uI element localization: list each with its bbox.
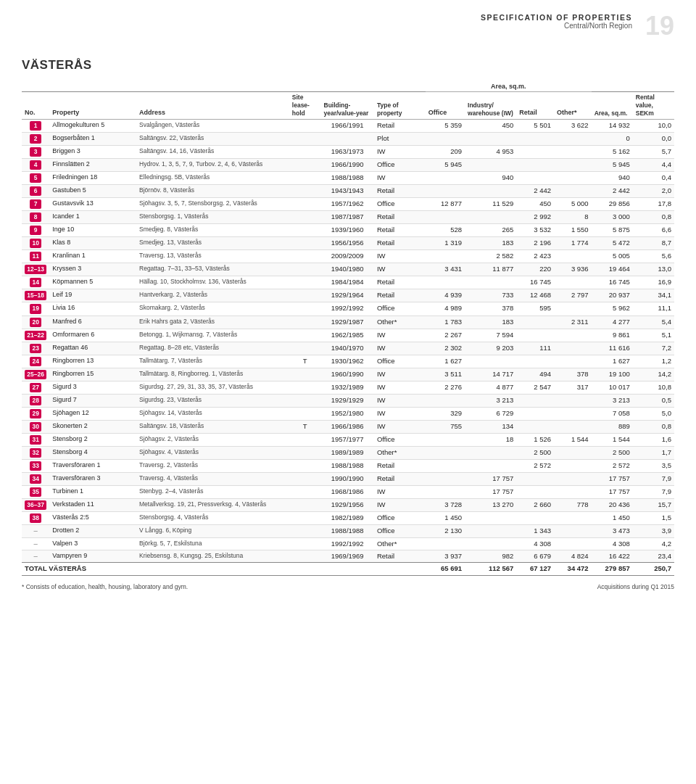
- cell-retail: [516, 329, 554, 342]
- cell-site: [289, 394, 321, 407]
- cell-address: Kriebsensg. 8, Kungsg. 25, Eskilstuna: [136, 550, 289, 562]
- cell-building-year: 1992/1992: [321, 537, 374, 550]
- cell-office: 2 276: [426, 381, 465, 394]
- total-label: TOTAL VÄSTERÅS: [22, 563, 136, 575]
- cell-type: IW: [374, 368, 426, 381]
- cell-address: Smedjeg. 13, Västerås: [136, 237, 289, 250]
- cell-site: [289, 250, 321, 263]
- cell-building-year: 1962/1985: [321, 329, 374, 342]
- cell-type: IW: [374, 499, 426, 512]
- col-address-header: Address: [136, 91, 289, 119]
- cell-industry: 2 582: [465, 250, 516, 263]
- cell-other: [554, 460, 592, 473]
- cell-property: Skonerten 2: [49, 420, 136, 433]
- cell-site: [289, 119, 321, 132]
- cell-office: 209: [426, 145, 465, 158]
- cell-industry: 982: [465, 550, 516, 562]
- main-title: SPECIFICATION OF PROPERTIES: [481, 13, 632, 22]
- cell-property: Drotten 2: [49, 525, 136, 537]
- table-row: 31 Stensborg 2 Sjöhagsv. 2, Västerås 195…: [22, 433, 674, 446]
- row-no-dash: –: [34, 552, 38, 560]
- footnote-area: * Consists of education, health, housing…: [22, 583, 674, 590]
- cell-rental: 34,1: [633, 289, 674, 302]
- cell-type: IW: [374, 263, 426, 276]
- cell-site: [289, 512, 321, 525]
- cell-property: Stensborg 4: [49, 447, 136, 460]
- cell-other: [554, 145, 592, 158]
- cell-other: [554, 407, 592, 420]
- cell-other: [554, 525, 592, 537]
- cell-property: Ringborren 15: [49, 368, 136, 381]
- cell-office: 1 319: [426, 237, 465, 250]
- cell-no: –: [22, 550, 49, 562]
- row-no-badge: 1: [30, 121, 41, 131]
- cell-building-year: 1988/1988: [321, 460, 374, 473]
- cell-address: Björnöv. 8, Västerås: [136, 185, 289, 198]
- total-industry: 112 567: [465, 563, 516, 575]
- cell-area: 2 442: [592, 185, 633, 198]
- cell-address: Saltängsv. 22, Västerås: [136, 132, 289, 145]
- cell-retail: 494: [516, 368, 554, 381]
- row-no-badge: 9: [30, 226, 41, 235]
- cell-other: [554, 185, 592, 198]
- cell-other: 2 311: [554, 315, 592, 329]
- cell-area: 14 932: [592, 119, 633, 132]
- cell-address: Sjöhagsv. 4, Västerås: [136, 447, 289, 460]
- cell-other: 8: [554, 211, 592, 224]
- cell-rental: 7,2: [633, 342, 674, 355]
- cell-no: 3: [22, 145, 49, 158]
- cell-type: IW: [374, 329, 426, 342]
- table-row: 4 Finnslätten 2 Hydrov. 1, 3, 5, 7, 9, T…: [22, 158, 674, 171]
- cell-building-year: 1952/1980: [321, 407, 374, 420]
- cell-building-year: 1966/1991: [321, 119, 374, 132]
- cell-area: 5 962: [592, 302, 633, 315]
- cell-other: 1 550: [554, 224, 592, 237]
- cell-building-year: 1929/1929: [321, 394, 374, 407]
- row-no-badge: 14: [30, 278, 41, 287]
- cell-no: 20: [22, 315, 49, 329]
- cell-type: Retail: [374, 224, 426, 237]
- cell-retail: 12 468: [516, 289, 554, 302]
- total-empty-site: [289, 563, 321, 575]
- total-area: 279 857: [592, 563, 633, 575]
- cell-building-year: 1969/1969: [321, 550, 374, 562]
- cell-other: 4 824: [554, 550, 592, 562]
- cell-type: Other*: [374, 537, 426, 550]
- table-row: 5 Friledningen 18 Elledningsg. 5B, Väste…: [22, 172, 674, 185]
- cell-industry: 11 529: [465, 198, 516, 211]
- cell-type: Other*: [374, 447, 426, 460]
- cell-property: Finnslätten 2: [49, 158, 136, 171]
- cell-no: 31: [22, 433, 49, 446]
- cell-retail: 2 992: [516, 211, 554, 224]
- cell-property: Vampyren 9: [49, 550, 136, 562]
- cell-address: Stenbyg. 2–4, Västerås: [136, 486, 289, 499]
- cell-retail: 1 343: [516, 525, 554, 537]
- cell-industry: [465, 158, 516, 171]
- region-title: VÄSTERÅS: [22, 58, 674, 73]
- cell-retail: 2 423: [516, 250, 554, 263]
- cell-office: [426, 276, 465, 289]
- total-rental: 250,7: [633, 563, 674, 575]
- cell-industry: [465, 185, 516, 198]
- row-no-badge: 3: [30, 147, 41, 157]
- cell-area: 2 572: [592, 460, 633, 473]
- cell-building-year: 1940/1980: [321, 263, 374, 276]
- cell-no: 7: [22, 198, 49, 211]
- cell-industry: 265: [465, 224, 516, 237]
- cell-retail: [516, 172, 554, 185]
- total-empty-type: [374, 563, 426, 575]
- cell-property: Leif 19: [49, 289, 136, 302]
- cell-no: 11: [22, 250, 49, 263]
- cell-other: [554, 172, 592, 185]
- cell-type: IW: [374, 407, 426, 420]
- cell-rental: 0,0: [633, 132, 674, 145]
- cell-office: [426, 172, 465, 185]
- cell-other: [554, 486, 592, 499]
- table-row: 36–37 Verkstaden 11 Metallverksg. 19, 21…: [22, 499, 674, 512]
- cell-address: Svalgången, Västerås: [136, 119, 289, 132]
- cell-building-year: 1929/1964: [321, 289, 374, 302]
- cell-retail: 2 442: [516, 185, 554, 198]
- col-type-header: Type of property: [374, 91, 426, 119]
- table-row: 1 Allmogekulturen 5 Svalgången, Västerås…: [22, 119, 674, 132]
- cell-other: 378: [554, 368, 592, 381]
